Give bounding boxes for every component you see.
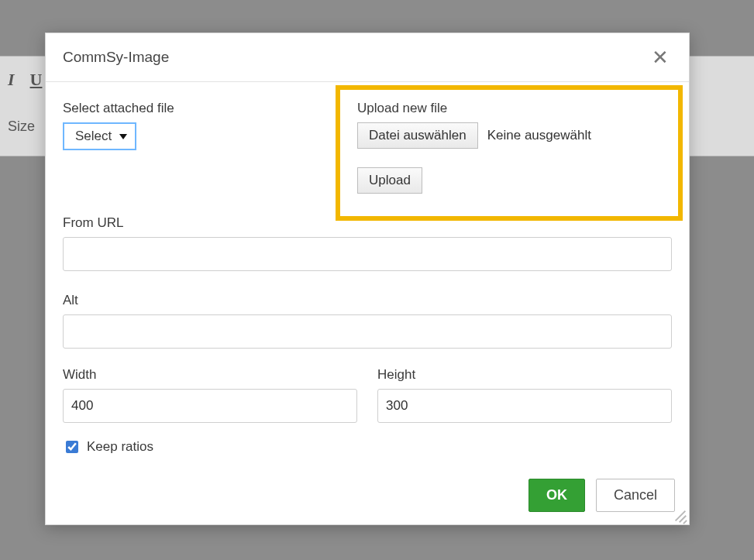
image-dialog: CommSy-Image ✕ Select attached file Sele…	[45, 33, 690, 525]
chevron-down-icon	[119, 134, 127, 139]
keep-ratios-label: Keep ratios	[87, 439, 153, 455]
no-file-text: Keine ausgewählt	[487, 128, 591, 143]
keep-ratios-checkbox[interactable]	[66, 441, 78, 453]
cancel-button[interactable]: Cancel	[596, 479, 675, 512]
height-label: Height	[377, 367, 672, 383]
alt-label: Alt	[63, 293, 672, 308]
resize-grip-icon[interactable]	[673, 509, 686, 521]
upload-file-label: Upload new file	[357, 101, 672, 116]
attached-file-select[interactable]: Select	[63, 122, 136, 150]
dialog-header: CommSy-Image ✕	[46, 33, 689, 82]
dialog-title: CommSy-Image	[63, 49, 169, 66]
height-input[interactable]	[377, 389, 672, 423]
dialog-footer: OK Cancel	[46, 463, 689, 524]
width-input[interactable]	[63, 389, 357, 423]
attached-file-select-value: Select	[75, 129, 112, 144]
keep-ratios-row[interactable]: Keep ratios	[63, 438, 672, 455]
from-url-label: From URL	[63, 215, 672, 231]
choose-file-button[interactable]: Datei auswählen	[357, 122, 478, 149]
select-file-label: Select attached file	[63, 101, 326, 116]
ok-button[interactable]: OK	[528, 479, 585, 512]
alt-input[interactable]	[63, 314, 672, 349]
close-icon[interactable]: ✕	[649, 47, 672, 67]
upload-button[interactable]: Upload	[357, 167, 422, 194]
from-url-input[interactable]	[63, 237, 672, 271]
width-label: Width	[63, 367, 357, 383]
dialog-body: Select attached file Select Upload new f…	[46, 82, 689, 463]
